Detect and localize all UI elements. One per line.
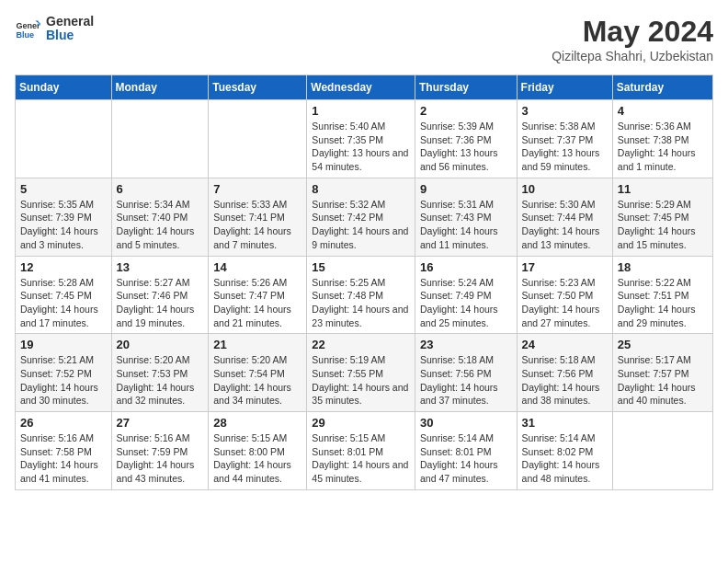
day-info: Sunrise: 5:30 AM Sunset: 7:44 PM Dayligh… — [522, 198, 608, 252]
logo-icon: General Blue — [15, 16, 40, 41]
day-number: 28 — [213, 416, 301, 430]
day-number: 7 — [213, 182, 301, 196]
day-number: 3 — [522, 104, 608, 118]
day-header-monday: Monday — [111, 75, 209, 100]
day-cell: 4Sunrise: 5:36 AM Sunset: 7:38 PM Daylig… — [612, 100, 712, 178]
day-info: Sunrise: 5:35 AM Sunset: 7:39 PM Dayligh… — [20, 198, 107, 252]
day-number: 11 — [618, 182, 708, 196]
day-cell: 17Sunrise: 5:23 AM Sunset: 7:50 PM Dayli… — [517, 256, 612, 334]
day-info: Sunrise: 5:17 AM Sunset: 7:57 PM Dayligh… — [618, 353, 708, 408]
day-cell — [16, 100, 112, 178]
day-info: Sunrise: 5:26 AM Sunset: 7:47 PM Dayligh… — [213, 276, 301, 330]
day-header-saturday: Saturday — [612, 75, 712, 100]
day-number: 15 — [312, 260, 410, 274]
week-row-4: 19Sunrise: 5:21 AM Sunset: 7:52 PM Dayli… — [16, 334, 713, 412]
day-cell: 28Sunrise: 5:15 AM Sunset: 8:00 PM Dayli… — [209, 412, 307, 490]
day-cell: 31Sunrise: 5:14 AM Sunset: 8:02 PM Dayli… — [517, 412, 612, 490]
day-number: 21 — [213, 338, 301, 351]
day-info: Sunrise: 5:36 AM Sunset: 7:38 PM Dayligh… — [618, 120, 708, 174]
day-cell — [111, 100, 209, 178]
day-number: 1 — [312, 104, 410, 118]
day-info: Sunrise: 5:39 AM Sunset: 7:36 PM Dayligh… — [420, 120, 512, 174]
day-cell: 3Sunrise: 5:38 AM Sunset: 7:37 PM Daylig… — [517, 100, 612, 178]
day-info: Sunrise: 5:29 AM Sunset: 7:45 PM Dayligh… — [618, 198, 708, 252]
day-number: 16 — [420, 260, 512, 274]
day-number: 31 — [522, 416, 608, 430]
day-cell: 21Sunrise: 5:20 AM Sunset: 7:54 PM Dayli… — [209, 334, 307, 412]
day-info: Sunrise: 5:20 AM Sunset: 7:53 PM Dayligh… — [117, 353, 204, 408]
day-info: Sunrise: 5:28 AM Sunset: 7:45 PM Dayligh… — [20, 276, 107, 330]
day-info: Sunrise: 5:33 AM Sunset: 7:41 PM Dayligh… — [213, 198, 301, 252]
day-cell: 22Sunrise: 5:19 AM Sunset: 7:55 PM Dayli… — [307, 334, 415, 412]
day-cell: 9Sunrise: 5:31 AM Sunset: 7:43 PM Daylig… — [415, 178, 517, 256]
day-info: Sunrise: 5:21 AM Sunset: 7:52 PM Dayligh… — [20, 353, 107, 408]
day-cell: 5Sunrise: 5:35 AM Sunset: 7:39 PM Daylig… — [16, 178, 112, 256]
day-cell: 12Sunrise: 5:28 AM Sunset: 7:45 PM Dayli… — [16, 256, 112, 334]
day-number: 10 — [522, 182, 608, 196]
day-number: 8 — [312, 182, 410, 196]
logo: General Blue General Blue — [15, 15, 94, 43]
day-info: Sunrise: 5:34 AM Sunset: 7:40 PM Dayligh… — [117, 198, 204, 252]
day-cell: 11Sunrise: 5:29 AM Sunset: 7:45 PM Dayli… — [612, 178, 712, 256]
day-header-friday: Friday — [517, 75, 612, 100]
day-number: 24 — [522, 338, 608, 351]
week-row-2: 5Sunrise: 5:35 AM Sunset: 7:39 PM Daylig… — [16, 178, 713, 256]
day-info: Sunrise: 5:16 AM Sunset: 7:58 PM Dayligh… — [20, 431, 107, 486]
day-header-wednesday: Wednesday — [307, 75, 415, 100]
day-header-sunday: Sunday — [16, 75, 112, 100]
day-info: Sunrise: 5:32 AM Sunset: 7:42 PM Dayligh… — [312, 198, 410, 252]
day-header-tuesday: Tuesday — [209, 75, 307, 100]
day-cell: 6Sunrise: 5:34 AM Sunset: 7:40 PM Daylig… — [111, 178, 209, 256]
logo-line1: General — [46, 15, 94, 29]
day-number: 19 — [20, 338, 107, 351]
day-number: 20 — [117, 338, 204, 351]
week-row-3: 12Sunrise: 5:28 AM Sunset: 7:45 PM Dayli… — [16, 256, 713, 334]
day-cell: 13Sunrise: 5:27 AM Sunset: 7:46 PM Dayli… — [111, 256, 209, 334]
day-number: 23 — [420, 338, 512, 351]
day-cell — [209, 100, 307, 178]
calendar-table: SundayMondayTuesdayWednesdayThursdayFrid… — [15, 75, 713, 490]
day-cell: 10Sunrise: 5:30 AM Sunset: 7:44 PM Dayli… — [517, 178, 612, 256]
day-number: 17 — [522, 260, 608, 274]
title-block: May 2024 Qiziltepa Shahri, Uzbekistan — [552, 15, 713, 63]
day-cell: 25Sunrise: 5:17 AM Sunset: 7:57 PM Dayli… — [612, 334, 712, 412]
day-info: Sunrise: 5:14 AM Sunset: 8:02 PM Dayligh… — [522, 431, 608, 486]
day-cell: 20Sunrise: 5:20 AM Sunset: 7:53 PM Dayli… — [111, 334, 209, 412]
day-number: 22 — [312, 338, 410, 351]
day-number: 29 — [312, 416, 410, 430]
day-info: Sunrise: 5:15 AM Sunset: 8:01 PM Dayligh… — [312, 431, 410, 486]
day-info: Sunrise: 5:25 AM Sunset: 7:48 PM Dayligh… — [312, 276, 410, 330]
day-number: 6 — [117, 182, 204, 196]
day-info: Sunrise: 5:16 AM Sunset: 7:59 PM Dayligh… — [117, 431, 204, 486]
day-info: Sunrise: 5:14 AM Sunset: 8:01 PM Dayligh… — [420, 431, 512, 486]
day-number: 18 — [618, 260, 708, 274]
day-header-thursday: Thursday — [415, 75, 517, 100]
day-cell: 15Sunrise: 5:25 AM Sunset: 7:48 PM Dayli… — [307, 256, 415, 334]
day-info: Sunrise: 5:18 AM Sunset: 7:56 PM Dayligh… — [420, 353, 512, 408]
svg-text:General: General — [16, 21, 40, 30]
day-cell: 8Sunrise: 5:32 AM Sunset: 7:42 PM Daylig… — [307, 178, 415, 256]
day-number: 9 — [420, 182, 512, 196]
day-number: 25 — [618, 338, 708, 351]
day-number: 2 — [420, 104, 512, 118]
day-number: 13 — [117, 260, 204, 274]
day-cell — [612, 412, 712, 490]
day-number: 4 — [618, 104, 708, 118]
day-info: Sunrise: 5:15 AM Sunset: 8:00 PM Dayligh… — [213, 431, 301, 486]
day-number: 30 — [420, 416, 512, 430]
day-cell: 19Sunrise: 5:21 AM Sunset: 7:52 PM Dayli… — [16, 334, 112, 412]
days-header-row: SundayMondayTuesdayWednesdayThursdayFrid… — [16, 75, 713, 100]
day-number: 12 — [20, 260, 107, 274]
day-info: Sunrise: 5:31 AM Sunset: 7:43 PM Dayligh… — [420, 198, 512, 252]
day-cell: 30Sunrise: 5:14 AM Sunset: 8:01 PM Dayli… — [415, 412, 517, 490]
day-cell: 7Sunrise: 5:33 AM Sunset: 7:41 PM Daylig… — [209, 178, 307, 256]
week-row-1: 1Sunrise: 5:40 AM Sunset: 7:35 PM Daylig… — [16, 100, 713, 178]
day-cell: 16Sunrise: 5:24 AM Sunset: 7:49 PM Dayli… — [415, 256, 517, 334]
day-info: Sunrise: 5:20 AM Sunset: 7:54 PM Dayligh… — [213, 353, 301, 408]
day-info: Sunrise: 5:22 AM Sunset: 7:51 PM Dayligh… — [618, 276, 708, 330]
day-cell: 18Sunrise: 5:22 AM Sunset: 7:51 PM Dayli… — [612, 256, 712, 334]
day-info: Sunrise: 5:24 AM Sunset: 7:49 PM Dayligh… — [420, 276, 512, 330]
day-number: 5 — [20, 182, 107, 196]
header: General Blue General Blue May 2024 Qizil… — [15, 15, 713, 63]
day-number: 14 — [213, 260, 301, 274]
